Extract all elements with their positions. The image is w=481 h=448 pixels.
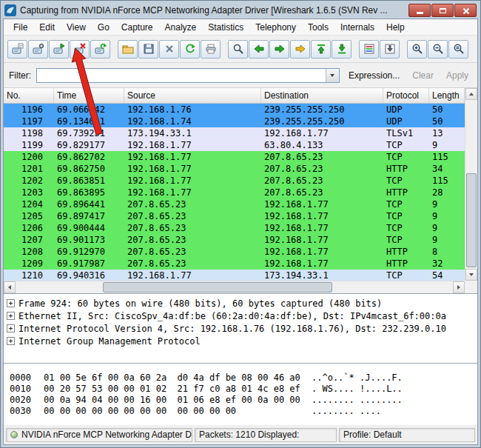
packet-row[interactable]: 1206 69.900444 207.8.65.23 192.168.1.77 … [4,222,465,234]
packet-row[interactable]: 1210 69.940316 192.168.1.77 173.194.33.1… [4,270,465,281]
hex-offset: 0030 [10,406,44,417]
menu-item[interactable]: Go [92,21,115,34]
packet-row[interactable]: 1207 69.901173 207.8.65.23 192.168.1.77 … [4,234,465,246]
menu-item[interactable]: Help [380,21,411,34]
menu-item[interactable]: Analyze [159,21,203,34]
menu-item[interactable]: Internals [334,21,380,34]
reload-button[interactable] [180,40,200,58]
detail-row[interactable]: Frame 924: 60 bytes on wire (480 bits), … [7,297,477,310]
auto-scroll-button[interactable] [380,40,400,58]
scroll-left-button[interactable] [4,281,16,293]
column-header[interactable]: No. [4,88,54,103]
horizontal-scroll-track[interactable] [16,281,453,293]
cell-source: 192.168.1.77 [124,139,261,151]
find-packet-button[interactable] [228,40,248,58]
open-file-button[interactable] [118,40,138,58]
expand-plus-icon[interactable] [7,337,15,345]
minimize-button[interactable] [408,4,431,17]
auto-scroll-icon [384,43,396,55]
go-back-button[interactable] [249,40,269,58]
expression-button[interactable]: Expression... [345,69,403,82]
column-header[interactable]: Protocol [383,88,429,103]
detail-row[interactable]: Ethernet II, Src: CiscoSpv_4a:df:be (60:… [7,310,477,322]
packet-row[interactable]: 1209 69.917987 207.8.65.23 192.168.1.77 … [4,258,465,270]
cell-protocol: TCP [383,222,429,234]
profile-segment[interactable]: Profile: Default [339,428,475,442]
horizontal-scroll-thumb[interactable] [103,282,332,292]
menu-item[interactable]: File [7,21,33,34]
column-header[interactable]: Time [54,88,124,103]
menu-item[interactable]: Telephony [249,21,302,34]
expert-info-icon[interactable] [10,431,18,438]
hex-row[interactable]: 0000 01 00 5e 6f 00 0a 60 2a d0 4a df be… [10,372,477,384]
menu-item[interactable]: Edit [33,21,61,34]
apply-button[interactable]: Apply [443,69,472,82]
filter-input[interactable] [37,69,326,82]
column-header[interactable]: Destination [261,88,383,103]
packet-row[interactable]: 1197 69.134051 192.168.1.74 239.255.255.… [4,116,465,127]
vertical-scroll-track[interactable] [465,100,477,269]
filter-dropdown-button[interactable] [326,69,339,82]
packet-row[interactable]: 1198 69.739231 173.194.33.1 192.168.1.77… [4,127,465,139]
vertical-scroll-thumb[interactable] [466,173,477,267]
capture-options-button[interactable] [28,40,48,58]
detail-text: Internet Group Management Protocol [18,336,201,347]
menu-item[interactable]: Capture [115,21,159,34]
close-file-button[interactable] [159,40,179,58]
packet-row[interactable]: 1208 69.912970 207.8.65.23 192.168.1.77 … [4,246,465,258]
column-header[interactable]: Length [429,88,465,103]
capture-interfaces-button[interactable] [7,40,27,58]
capture-restart-button[interactable] [90,40,110,58]
colorize-button[interactable] [359,40,379,58]
cell-protocol: TLSv1 [383,127,429,139]
zoom-100-button[interactable] [448,40,468,58]
zoom-out-button[interactable] [428,40,448,58]
expand-plus-icon[interactable] [7,312,15,320]
hex-row[interactable]: 0020 00 0a 94 04 00 00 16 00 01 06 e8 ef… [10,395,477,406]
cell-length: 34 [429,163,465,175]
go-to-bottom-button[interactable] [332,40,352,58]
packet-row[interactable]: 1196 69.066042 192.168.1.76 239.255.255.… [4,104,465,116]
print-button[interactable] [201,40,221,58]
zoom-in-button[interactable] [407,40,427,58]
cell-no: 1205 [4,210,54,222]
go-to-top-button[interactable] [311,40,331,58]
capture-start-button[interactable] [49,40,69,58]
titlebar[interactable]: Capturing from NVIDIA nForce MCP Network… [3,2,478,19]
cell-time: 69.940316 [54,270,124,281]
cell-length: 50 [429,116,465,127]
packet-row[interactable]: 1205 69.897417 207.8.65.23 192.168.1.77 … [4,210,465,222]
save-file-button[interactable] [138,40,158,58]
column-header[interactable]: Source [124,88,261,103]
packet-row[interactable]: 1201 69.862750 192.168.1.77 207.8.65.23 … [4,163,465,175]
go-to-packet-button[interactable] [290,40,310,58]
scroll-right-button[interactable] [453,281,465,293]
packet-row[interactable]: 1199 69.829177 192.168.1.77 63.80.4.133 … [4,139,465,151]
packet-row[interactable]: 1200 69.862702 192.168.1.77 207.8.65.23 … [4,151,465,163]
close-button[interactable] [454,4,477,17]
hex-row[interactable]: 0030 00 00 00 00 00 00 00 00 00 00 00 00… [10,406,477,417]
expand-plus-icon[interactable] [7,299,15,307]
menu-item[interactable]: Statistics [202,21,249,34]
clear-button[interactable]: Clear [408,69,437,82]
packet-row[interactable]: 1204 69.896441 207.8.65.23 192.168.1.77 … [4,198,465,210]
maximize-button[interactable] [431,4,454,17]
capture-stop-button[interactable] [70,40,90,58]
expand-plus-icon[interactable] [7,324,15,332]
menu-item[interactable]: View [61,21,92,34]
scroll-down-button[interactable] [465,269,477,281]
cell-length: 9 [429,210,465,222]
vertical-scrollbar[interactable] [465,88,477,281]
packet-row[interactable]: 1202 69.863851 192.168.1.77 207.8.65.23 … [4,175,465,187]
cell-source: 207.8.65.23 [124,234,261,246]
display-group [359,40,400,58]
detail-row[interactable]: Internet Protocol Version 4, Src: 192.16… [7,322,477,335]
scroll-up-button[interactable] [465,88,477,100]
packet-row[interactable]: 1203 69.863895 192.168.1.77 207.8.65.23 … [4,187,465,198]
go-forward-button[interactable] [269,40,289,58]
hex-row[interactable]: 0010 00 20 57 53 00 00 01 02 21 f7 c0 a8… [10,384,477,395]
capture-options-icon [33,43,44,55]
horizontal-scrollbar[interactable] [4,281,465,293]
menu-item[interactable]: Tools [302,21,334,34]
detail-row[interactable]: Internet Group Management Protocol [7,335,477,347]
